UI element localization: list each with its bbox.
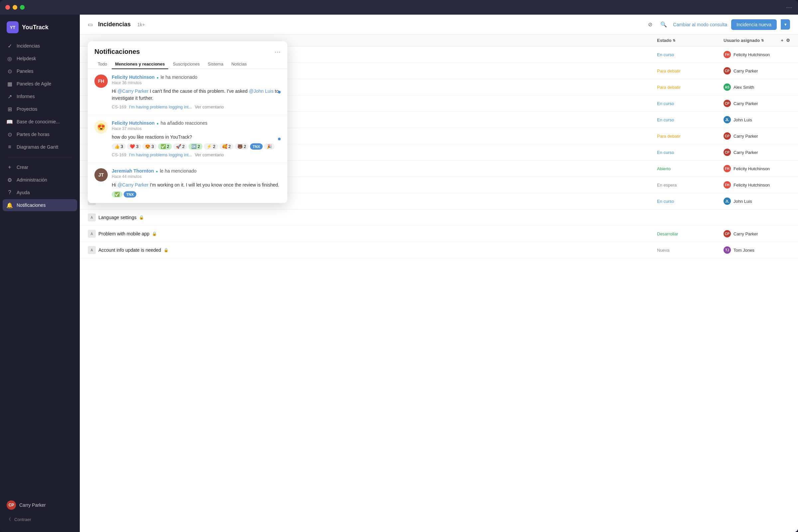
collapse-row[interactable]: 《 Contraer xyxy=(3,513,77,525)
notification-item[interactable]: 😍 Felicity Hutchinson ● ha añadido reacc… xyxy=(88,115,287,163)
proyectos-icon: ⊞ xyxy=(7,106,13,112)
sidebar-item-notificaciones[interactable]: 🔔 Notificaciones xyxy=(3,199,77,211)
row-icon: A xyxy=(88,230,96,238)
maximize-button[interactable] xyxy=(20,5,25,10)
status-badge: En curso xyxy=(657,101,723,106)
issue-id: CS-169 xyxy=(112,104,126,109)
assigned-user: FH Felicity Hutchinson xyxy=(723,165,790,172)
notification-item[interactable]: FH Felicity Hutchinson ● le ha mencionad… xyxy=(88,69,287,115)
search-icon[interactable]: 🔍 xyxy=(658,19,669,30)
notif-user-row: FH Felicity Hutchinson ● le ha mencionad… xyxy=(94,75,281,109)
help-icon: ? xyxy=(7,190,13,195)
sidebar-label-informes: Informes xyxy=(17,94,35,99)
view-comment-button[interactable]: Ver comentario xyxy=(195,104,224,109)
estado-label: Estado xyxy=(657,38,671,43)
logo-text: YouTrack xyxy=(22,24,49,31)
filter-icon[interactable]: ⊘ xyxy=(646,19,654,30)
assigned-user: JL John Luis xyxy=(723,197,790,205)
assigned-user: AS Alex Smith xyxy=(723,83,790,91)
notif-link: CS-169 I'm having problems logging int..… xyxy=(112,104,281,109)
notif-message: how do you like reactions in YouTrack? xyxy=(112,134,281,141)
row-title: A Account info update is needed 🔒 xyxy=(88,246,657,254)
sidebar-label-crear: Crear xyxy=(17,165,28,170)
sidebar-label-diagramas: Diagramas de Gantt xyxy=(17,144,58,150)
notif-time: Hace 36 minutos xyxy=(112,80,281,85)
sidebar-label-partes: Partes de horas xyxy=(17,132,50,137)
sidebar-item-diagramas[interactable]: ≡ Diagramas de Gantt xyxy=(3,141,77,153)
row-title-text: Problem with mobile app xyxy=(98,231,149,236)
sidebar-item-helpdesk[interactable]: ◎ Helpdesk xyxy=(3,53,77,64)
minimize-button[interactable] xyxy=(13,5,17,10)
main-content: ▭ Incidencias 1k+ ⊘ 🔍 Cambiar al modo co… xyxy=(80,15,798,532)
change-mode-button[interactable]: Cambiar al modo consulta xyxy=(673,22,727,27)
sidebar-item-ayuda[interactable]: ? Ayuda xyxy=(3,187,77,198)
helpdesk-icon: ◎ xyxy=(7,56,13,61)
status-badge: Para debatir xyxy=(657,85,723,90)
sidebar-item-base-conocimiento[interactable]: 📖 Base de conocimie... xyxy=(3,116,77,128)
crear-icon: + xyxy=(7,164,13,170)
reaction-badge: ❤️ 3 xyxy=(127,143,141,150)
avatar: 😍 xyxy=(94,120,108,134)
assigned-user: FH Felicity Hutchinson xyxy=(723,181,790,189)
sidebar-label-ayuda: Ayuda xyxy=(17,190,30,195)
tab-noticias[interactable]: Noticias xyxy=(228,59,250,69)
settings-icon[interactable]: ⚙ xyxy=(786,38,790,43)
close-button[interactable] xyxy=(5,5,10,10)
partes-icon: ⊙ xyxy=(7,131,13,137)
user-name: Tom Jones xyxy=(734,248,755,253)
reaction-row: ✅ TNX xyxy=(112,191,281,197)
window-menu-icon[interactable]: ⋯ xyxy=(786,4,793,11)
new-incident-button[interactable]: Incidencia nueva xyxy=(731,19,777,30)
sidebar-item-paneles[interactable]: ⊙ Paneles xyxy=(3,65,77,77)
assigned-user: CP Carry Parker xyxy=(723,100,790,107)
sidebar-item-partes-horas[interactable]: ⊙ Partes de horas xyxy=(3,128,77,140)
tab-sistema[interactable]: Sistema xyxy=(205,59,227,69)
row-title: A Language settings 🔒 xyxy=(88,213,657,222)
status-badge: Nueva xyxy=(657,248,723,253)
base-icon: 📖 xyxy=(7,119,13,125)
table-row: A Language settings 🔒 xyxy=(80,209,798,226)
assigned-user: JL John Luis xyxy=(723,116,790,124)
sidebar-label-paneles: Paneles xyxy=(17,69,34,74)
notif-body: Jeremiah Thornton ● le ha mencionado Hac… xyxy=(112,168,281,197)
view-comment-button[interactable]: Ver comentario xyxy=(195,152,224,157)
notif-user-action: Felicity Hutchinson ● ha añadido reaccio… xyxy=(112,120,281,126)
sidebar-item-informes[interactable]: ↗ Informes xyxy=(3,91,77,102)
traffic-lights xyxy=(5,5,25,10)
notif-menu-icon[interactable]: ⋯ xyxy=(274,48,281,56)
notif-link: CS-169 I'm having problems logging int..… xyxy=(112,152,281,157)
add-column-icon[interactable]: + xyxy=(781,38,783,43)
sidebar-nav: ✓ Incidencias ◎ Helpdesk ⊙ Paneles ▦ Pan… xyxy=(0,40,80,495)
notification-item[interactable]: JT Jeremiah Thornton ● le ha mencionado … xyxy=(88,163,287,203)
tab-menciones[interactable]: Menciones y reacciones xyxy=(112,59,168,69)
user-profile-row[interactable]: CP Carry Parker xyxy=(3,497,77,513)
collapse-label: Contraer xyxy=(14,517,31,522)
notif-username: Jeremiah Thornton xyxy=(112,168,154,174)
issue-title[interactable]: I'm having problems logging int... xyxy=(129,152,192,157)
notif-username: Felicity Hutchinson xyxy=(112,120,155,126)
col-header-usuario[interactable]: Usuario asignado ⇅ + ⚙ xyxy=(723,38,790,43)
sidebar-item-incidencias[interactable]: ✓ Incidencias xyxy=(3,40,77,52)
col-header-estado[interactable]: Estado ⇅ xyxy=(657,38,723,43)
unread-dot xyxy=(278,91,281,93)
sidebar-item-administracion[interactable]: ⚙ Administración xyxy=(3,174,77,186)
user-name: John Luis xyxy=(734,199,752,204)
notif-body: Felicity Hutchinson ● ha añadido reaccio… xyxy=(112,120,281,157)
sidebar-item-proyectos[interactable]: ⊞ Proyectos xyxy=(3,103,77,115)
sidebar-item-crear[interactable]: + Crear xyxy=(3,161,77,173)
mini-avatar: CP xyxy=(723,149,731,156)
sidebar-item-paneles-agile[interactable]: ▦ Paneles de Agile xyxy=(3,78,77,90)
notif-title: Notificaciones xyxy=(94,48,140,56)
new-incident-dropdown[interactable]: ▾ xyxy=(781,19,790,30)
tab-suscripciones[interactable]: Suscripciones xyxy=(170,59,203,69)
row-title-text: Language settings xyxy=(98,215,136,220)
reaction-badge: TNX xyxy=(124,191,136,197)
issue-title[interactable]: I'm having problems logging int... xyxy=(129,104,192,109)
section-icon: ▭ xyxy=(88,21,93,27)
status-badge: Para debatir xyxy=(657,134,723,139)
notif-message: Hi @Carry Parker I'm working on it. I wi… xyxy=(112,182,281,189)
sidebar-divider xyxy=(8,157,72,157)
tab-todo[interactable]: Todo xyxy=(94,59,110,69)
agile-icon: ▦ xyxy=(7,81,13,87)
notif-body: Felicity Hutchinson ● le ha mencionado H… xyxy=(112,75,281,109)
